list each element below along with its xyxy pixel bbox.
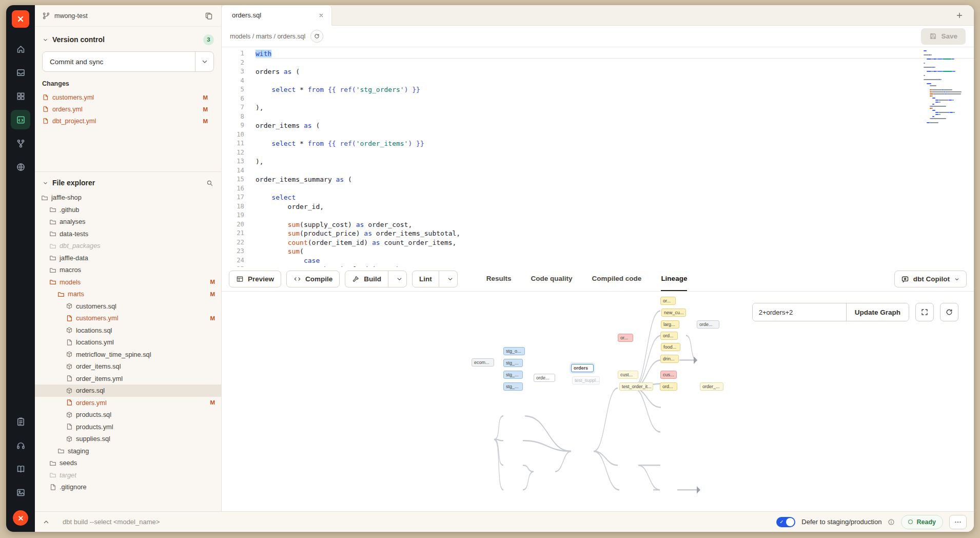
code-line[interactable]: with bbox=[256, 49, 974, 59]
file-tree-item[interactable]: staging bbox=[35, 445, 221, 457]
file-tree-item[interactable]: metricflow_time_spine.sql bbox=[35, 349, 221, 361]
lineage-node[interactable]: ecom... bbox=[472, 358, 494, 367]
file-tree-item[interactable]: seeds bbox=[35, 457, 221, 469]
file-tree-item[interactable]: data-tests bbox=[35, 228, 221, 240]
overflow-menu-button[interactable] bbox=[949, 515, 967, 529]
code-line[interactable]: sum(product_price) as order_items_subtot… bbox=[256, 229, 974, 238]
refresh-graph-button[interactable] bbox=[940, 303, 958, 321]
rail-item-globe[interactable] bbox=[11, 157, 30, 177]
close-icon[interactable] bbox=[318, 12, 324, 18]
file-tree-item[interactable]: locations.sql bbox=[35, 324, 221, 337]
compile-button[interactable]: Compile bbox=[286, 271, 340, 287]
editor-minimap[interactable] bbox=[924, 50, 967, 126]
rail-item-inbox[interactable] bbox=[11, 63, 30, 82]
file-tree-item[interactable]: orders.sql bbox=[35, 385, 221, 397]
dbt-logo[interactable] bbox=[12, 10, 29, 28]
lineage-filter-input[interactable] bbox=[753, 303, 846, 321]
code-line[interactable] bbox=[256, 94, 974, 104]
code-line[interactable]: ), bbox=[256, 157, 974, 166]
lineage-node[interactable]: test_order_it... bbox=[619, 382, 653, 391]
code-pane[interactable]: withorders as ( select * from {{ ref('st… bbox=[251, 47, 974, 267]
update-graph-button[interactable]: Update Graph bbox=[846, 303, 909, 321]
code-line[interactable]: order_items as ( bbox=[256, 121, 974, 130]
code-line[interactable] bbox=[256, 112, 974, 122]
lineage-node[interactable]: orders bbox=[571, 364, 594, 372]
file-tree-item[interactable]: .gitignore bbox=[35, 481, 221, 493]
file-search-button[interactable] bbox=[205, 179, 214, 187]
branch-selector[interactable]: mwong-test bbox=[35, 5, 221, 27]
lineage-node[interactable]: new_cu... bbox=[661, 309, 686, 317]
code-line[interactable]: order_items_summary as ( bbox=[256, 175, 974, 184]
code-line[interactable]: select bbox=[256, 193, 974, 202]
lineage-panel[interactable]: Update Graph ecom...stg_o...stg_...stg_.… bbox=[222, 292, 974, 511]
lineage-node[interactable]: test_suppl... bbox=[572, 376, 600, 385]
file-tree-item[interactable]: customers.ymlM bbox=[35, 312, 221, 324]
file-tree-item[interactable]: macros bbox=[35, 264, 221, 276]
lineage-node[interactable]: stg_... bbox=[503, 359, 523, 367]
code-line[interactable]: case bbox=[256, 256, 974, 265]
user-avatar[interactable] bbox=[13, 510, 28, 526]
file-tree-item[interactable]: jaffle-data bbox=[35, 252, 221, 264]
code-line[interactable]: orders as ( bbox=[256, 67, 974, 76]
lineage-node[interactable]: ord... bbox=[660, 332, 678, 340]
lineage-node[interactable]: stg_... bbox=[503, 382, 523, 391]
results-tab-compiled-code[interactable]: Compiled code bbox=[592, 267, 642, 291]
file-tree-item[interactable]: customers.sql bbox=[35, 300, 221, 313]
lineage-node[interactable]: orde... bbox=[697, 320, 719, 329]
build-dropdown-toggle[interactable] bbox=[393, 275, 406, 283]
build-button[interactable]: Build bbox=[345, 271, 407, 287]
code-line[interactable]: count(order_item_id) as count_order_item… bbox=[256, 238, 974, 247]
file-tree-item[interactable]: target bbox=[35, 469, 221, 482]
code-line[interactable] bbox=[256, 184, 974, 194]
code-line[interactable]: order_id, bbox=[256, 202, 974, 212]
code-line[interactable] bbox=[256, 211, 974, 220]
lineage-node[interactable]: drin... bbox=[660, 355, 679, 363]
cli-command-input[interactable]: dbt build --select <model_name> bbox=[63, 518, 160, 526]
lineage-node[interactable]: cus... bbox=[660, 371, 677, 379]
changed-file[interactable]: customers.ymlM bbox=[42, 91, 214, 103]
rail-item-grid[interactable] bbox=[11, 86, 30, 106]
file-tree-item[interactable]: orders.ymlM bbox=[35, 397, 221, 409]
preview-button[interactable]: Preview bbox=[229, 271, 281, 287]
file-tree-item[interactable]: dbt_packages bbox=[35, 240, 221, 252]
file-tree-item[interactable]: .github bbox=[35, 204, 221, 216]
info-icon[interactable] bbox=[888, 518, 895, 526]
rail-item-code-window[interactable] bbox=[11, 110, 30, 129]
results-tab-results[interactable]: Results bbox=[486, 267, 512, 291]
code-line[interactable]: ), bbox=[256, 103, 974, 112]
fullscreen-button[interactable] bbox=[915, 303, 934, 321]
file-tree-item[interactable]: martsM bbox=[35, 288, 221, 300]
results-tab-lineage[interactable]: Lineage bbox=[661, 267, 687, 291]
rail-item-book[interactable] bbox=[11, 459, 30, 478]
version-control-header[interactable]: Version control 3 bbox=[42, 32, 214, 47]
rail-item-clipboard[interactable] bbox=[11, 412, 30, 431]
file-explorer-header[interactable]: File explorer bbox=[35, 174, 221, 191]
code-editor[interactable]: 1234567891011121314151617181920212223242… bbox=[222, 47, 974, 267]
results-tab-code-quality[interactable]: Code quality bbox=[531, 267, 573, 291]
file-tree-item[interactable]: analyses bbox=[35, 216, 221, 228]
rail-item-home[interactable] bbox=[11, 39, 30, 59]
lineage-node[interactable]: ord... bbox=[660, 382, 677, 391]
code-line[interactable] bbox=[256, 166, 974, 176]
commit-dropdown-toggle[interactable] bbox=[195, 52, 213, 71]
code-line[interactable] bbox=[256, 130, 974, 140]
file-tree-item[interactable]: jaffle-shop bbox=[35, 191, 221, 204]
changed-file[interactable]: orders.ymlM bbox=[42, 103, 214, 115]
file-state-button[interactable] bbox=[310, 30, 323, 43]
code-line[interactable]: sum( bbox=[256, 247, 974, 256]
file-tree-item[interactable]: supplies.sql bbox=[35, 433, 221, 445]
changed-file[interactable]: dbt_project.ymlM bbox=[42, 115, 214, 127]
new-tab-button[interactable] bbox=[952, 8, 967, 23]
file-tree-item[interactable]: modelsM bbox=[35, 276, 221, 289]
lineage-node[interactable]: order_... bbox=[700, 382, 723, 391]
dbt-copilot-button[interactable]: dbt Copilot bbox=[894, 271, 967, 287]
lineage-node[interactable]: stg_... bbox=[503, 371, 523, 379]
code-line[interactable]: select * from {{ ref('stg_orders') }} bbox=[256, 85, 974, 94]
rail-item-headset[interactable] bbox=[11, 435, 30, 455]
rail-item-git-fork[interactable] bbox=[11, 133, 30, 153]
code-line[interactable]: sum(supply_cost) as order_cost, bbox=[256, 220, 974, 229]
lineage-node[interactable]: stg_o... bbox=[503, 347, 525, 355]
file-tree-item[interactable]: order_items.yml bbox=[35, 373, 221, 385]
lineage-node[interactable]: larg... bbox=[661, 320, 679, 329]
lint-dropdown-toggle[interactable] bbox=[443, 275, 457, 283]
